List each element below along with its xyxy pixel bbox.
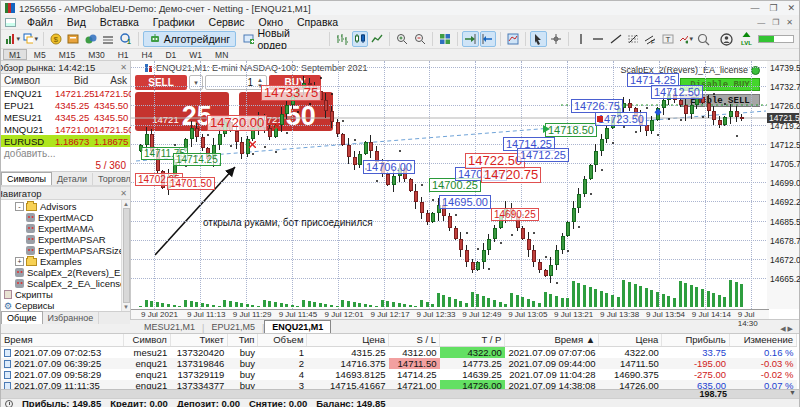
price-label[interactable]: 14706.00	[363, 160, 415, 174]
price-axis[interactable]: 14739.5014732.7514726.0014719.2514712.50…	[767, 61, 799, 309]
timeframe-M1[interactable]: M1	[3, 49, 27, 60]
price-label[interactable]: 14712.25	[517, 148, 569, 162]
timeframe-M30[interactable]: M30	[82, 49, 111, 60]
search-icon[interactable]	[695, 31, 712, 47]
timeframe-D1[interactable]: D1	[159, 49, 182, 60]
history-column-0[interactable]: Время	[1, 334, 123, 346]
market-watch-add-row[interactable]: добавить...	[1, 147, 130, 159]
market-watch-row[interactable]: MNQU2114721.0014721.50	[1, 123, 130, 135]
price-label[interactable]: 14720.75	[481, 167, 541, 183]
tree-toggle-icon[interactable]: +	[15, 257, 24, 266]
mdi-minimize-icon[interactable]: —	[757, 18, 765, 27]
menu-item-Сервис[interactable]: Сервис	[202, 16, 252, 28]
history-column-11[interactable]: Изменение	[729, 334, 796, 346]
chart-plot[interactable]: ENQU21,M1: E-mini NASDAQ-100: September …	[131, 61, 769, 309]
timeframe-W1[interactable]: W1	[183, 49, 208, 60]
scroll-down-icon[interactable]: ▼	[789, 389, 796, 396]
price-label[interactable]: 14726.75	[571, 99, 623, 113]
history-column-1[interactable]: Символ	[123, 334, 170, 346]
channel-icon[interactable]: F	[642, 31, 658, 47]
menu-item-Вид[interactable]: Вид	[60, 16, 93, 28]
history-column-8[interactable]: Время ▲	[505, 334, 599, 346]
history-column-7[interactable]: T / P	[440, 334, 505, 346]
market-watch-row[interactable]: ENQU2114721.2514721.50	[1, 87, 130, 99]
navigator-item[interactable]: +Examples	[1, 256, 130, 267]
market-watch-icon[interactable]: $	[48, 31, 64, 47]
time-axis[interactable]: 9 Jul 20219 Jul 11:139 Jul 11:299 Jul 11…	[131, 309, 769, 319]
price-label[interactable]: 14714.25	[173, 153, 221, 166]
restore-icon[interactable]: ❐	[769, 3, 777, 13]
minimize-icon[interactable]: —	[750, 3, 759, 13]
close-icon[interactable]: ✕	[787, 3, 795, 13]
history-column-9[interactable]: Цена	[599, 334, 662, 346]
tree-toggle-icon[interactable]: -	[15, 202, 24, 211]
templates-icon[interactable]	[505, 31, 521, 47]
menu-item-Файл[interactable]: Файл	[20, 16, 60, 28]
timeframe-MN[interactable]: MN	[209, 49, 234, 60]
navigator-scrollbar[interactable]: ▲▼	[121, 200, 130, 311]
navigator-item[interactable]: Скрипты	[1, 289, 130, 300]
navigator-tab-Избранное[interactable]: Избранное	[43, 312, 100, 324]
col-bid[interactable]: Bid	[53, 74, 92, 86]
data-window-icon[interactable]	[65, 31, 81, 47]
fibonacci-icon[interactable]	[625, 31, 641, 47]
navigator-tab-Общие[interactable]: Общие	[1, 311, 43, 324]
navigator-item[interactable]: ScalpEx_2(Revers)_EA_license	[1, 267, 130, 278]
price-label[interactable]: 14718.50	[545, 123, 597, 137]
toolbox-icon[interactable]	[100, 31, 116, 47]
trendline-icon[interactable]	[608, 31, 624, 47]
market-watch-columns[interactable]: Символ Bid Ask	[1, 74, 130, 87]
text-label-icon[interactable]: T	[660, 31, 676, 47]
history-column-6[interactable]: S / L	[389, 334, 440, 346]
zoom-in-icon[interactable]	[394, 31, 410, 47]
chart-tab-ENQU21,M1[interactable]: ENQU21,M1	[264, 320, 331, 333]
menu-item-Вставка[interactable]: Вставка	[93, 16, 146, 28]
price-label[interactable]: 14701.50	[167, 177, 215, 190]
navigator-icon[interactable]	[83, 31, 99, 47]
market-watch-row[interactable]: EURUSD1.186731.18675	[1, 135, 130, 147]
price-label[interactable]: 14733.75	[261, 85, 321, 101]
horizontal-line-icon[interactable]	[590, 31, 606, 47]
market-watch-row[interactable]: MESU214345.254345.50	[1, 111, 130, 123]
market-watch-close-icon[interactable]: ✕	[120, 63, 127, 72]
col-ask[interactable]: Ask	[91, 74, 130, 86]
price-label[interactable]: 14720.00	[207, 115, 267, 131]
navigator-item[interactable]: ⚙Сервисы	[1, 300, 130, 311]
new-order-button[interactable]: Новый ордер	[237, 31, 325, 47]
history-row[interactable]: 2021.07.09 09:58:29enqu21137329119buy414…	[1, 369, 797, 380]
chart-shift-icon[interactable]	[480, 31, 496, 47]
market-watch-tab-Символы[interactable]: Символы	[1, 172, 52, 185]
community-icon[interactable]	[718, 31, 735, 47]
timeframe-H1[interactable]: H1	[112, 49, 135, 60]
navigator-close-icon[interactable]: ✕	[120, 189, 127, 198]
tab-scroll-icons[interactable]: ◀ ▶	[780, 325, 799, 333]
mdi-close-icon[interactable]: ✕	[786, 18, 793, 27]
cursor-icon[interactable]	[530, 31, 546, 47]
arrows-icon[interactable]: ▾	[677, 31, 694, 47]
history-header-row[interactable]: ВремяСимволТикетТипОбъемЦенаS / LT / PВр…	[1, 334, 797, 346]
history-column-3[interactable]: Тип	[227, 334, 258, 346]
bars-chart-icon[interactable]	[334, 31, 350, 47]
navigator-item[interactable]: ScalpEx_2_EA_license	[1, 278, 130, 289]
market-watch-tab-Торговля[interactable]: Торговля	[93, 173, 130, 185]
history-row[interactable]: 2021.07.09 06:39:25enqu21137319846buy214…	[1, 358, 797, 369]
chart-tab-MESU21,M1[interactable]: MESU21,M1	[137, 321, 202, 333]
timeframe-M5[interactable]: M5	[28, 49, 52, 60]
crosshair-icon[interactable]	[548, 31, 564, 47]
zoom-out-icon[interactable]	[412, 31, 428, 47]
vertical-line-icon[interactable]	[573, 31, 589, 47]
line-chart-icon[interactable]	[369, 31, 385, 47]
history-row[interactable]: 2021.07.09 07:02:53mesu21137320420buy143…	[1, 346, 797, 358]
history-column-2[interactable]: Тикет	[170, 334, 227, 346]
strategy-tester-icon[interactable]: 1	[117, 31, 133, 47]
algo-trading-button[interactable]: Алготрейдинг	[143, 31, 236, 47]
navigator-item[interactable]: ExpertMAPSAR	[1, 234, 130, 245]
col-symbol[interactable]: Символ	[1, 74, 53, 86]
history-column-10[interactable]: Прибыль	[662, 334, 729, 346]
lvl-icon[interactable]: LVL	[741, 32, 752, 46]
navigator-item[interactable]: ExpertMAMA	[1, 223, 130, 234]
timeframe-H4[interactable]: H4	[136, 49, 159, 60]
autoscroll-icon[interactable]	[462, 31, 478, 47]
profiles-icon[interactable]: ▾	[22, 31, 39, 47]
mdi-restore-icon[interactable]: ❐	[772, 18, 779, 27]
